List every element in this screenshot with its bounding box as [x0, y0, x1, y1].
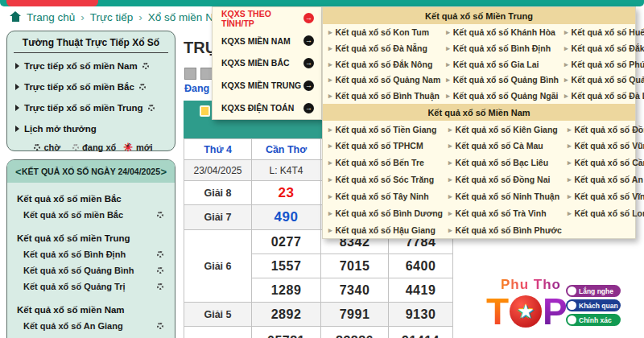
triangle-right-icon: ▸ [328, 226, 332, 234]
triangle-right-icon: ▸ [568, 192, 572, 200]
submenu-item[interactable]: ▸Kết quả xổ số Cần Thơ [562, 155, 644, 171]
submenu-item[interactable]: ▸Kết quả xổ số An Giang [562, 171, 644, 188]
triangle-right-icon: ▸ [448, 226, 452, 234]
triangle-right-icon: ▸ [446, 60, 450, 68]
submenu-item[interactable]: ▸Kết quả xổ số Phú Yên [559, 56, 644, 72]
section-header-mien-nam: Kết quả xổ số Miền Nam [323, 104, 635, 121]
menu-item-dien-toan[interactable]: KQXS ĐIỆN TOÁN → [213, 97, 321, 119]
menu-item-mien-bac[interactable]: KQXS MIỀN BẮC → [213, 52, 321, 75]
submenu-item[interactable]: ▸Kết quả xổ số Hậu Giang [323, 221, 443, 238]
sidebar-item-live-mien-trung[interactable]: Trực tiếp xổ số miền Trung [7, 97, 175, 118]
triangle-right-icon: ▸ [448, 209, 452, 217]
share-buttons [184, 68, 213, 80]
triangle-right-icon: ▸ [564, 76, 568, 84]
logo-o-circle: ★ [510, 295, 542, 328]
sidebar-result-binh-dinh[interactable]: Kết quả xổ số Bình Định [14, 246, 168, 262]
sidebar-item-lich-mo-thuong[interactable]: Lịch mở thưởng [7, 118, 175, 139]
social-icon[interactable] [200, 68, 213, 80]
social-icon[interactable] [184, 68, 196, 80]
submenu-item[interactable]: ▸Kết quả xổ số Quảng Nam [323, 72, 440, 89]
submenu-item[interactable]: ▸Kết quả xổ số Kon Tum [323, 24, 440, 40]
sidebar-result-quang-tri[interactable]: Kết quả xổ số Quảng Trị [14, 278, 168, 295]
chevron-left-icon[interactable]: < [15, 166, 22, 178]
submenu-item[interactable]: ▸Kết quả xổ số Khánh Hòa [440, 24, 559, 40]
arrow-circle-icon: → [303, 58, 314, 68]
phu-tho-top-logo: Phu Tho T ★ P Lắng nghe Khách quan Chính… [485, 275, 639, 338]
breadcrumb-live[interactable]: Trực tiếp [90, 11, 134, 23]
triangle-right-icon: ▸ [446, 28, 450, 36]
triangle-right-icon: ▸ [328, 159, 332, 167]
submenu-item[interactable]: ▸Kết quả xổ số Gia Lai [440, 56, 559, 72]
triangle-right-icon: ▸ [446, 44, 450, 52]
triangle-right-icon: ▸ [328, 175, 332, 183]
triangle-right-icon: ▸ [568, 209, 572, 217]
chevron-right-icon[interactable]: > [160, 166, 167, 178]
submenu-item[interactable]: ▸Kết quả xổ số Vĩnh Long [562, 188, 644, 205]
station-header: Cần Thơ [252, 139, 321, 160]
triangle-right-icon: ▸ [564, 44, 568, 52]
submenu-item[interactable]: ▸Kết quả xổ số Trà Vinh [443, 204, 562, 221]
logo-badges: Lắng nghe Khách quan Chính xác [566, 285, 621, 326]
caret-right-icon [15, 105, 19, 111]
triangle-right-icon: ▸ [568, 142, 572, 150]
submenu-item[interactable]: ▸Kết quả xổ số Quảng Trị [559, 72, 644, 89]
breadcrumb-separator: › [138, 11, 142, 23]
live-panel-title: Tường Thuật Trực Tiếp Xổ Số [14, 31, 168, 53]
submenu-item[interactable]: ▸Kết quả xổ số Quảng Bình [440, 72, 559, 89]
table-row: Giải 5 2892 7991 9130 [184, 303, 453, 327]
drawing-icon [72, 144, 79, 150]
sidebar-result-quang-binh[interactable]: Kết quả xổ số Quảng Bình [14, 262, 168, 278]
triangle-right-icon: ▸ [328, 126, 332, 134]
submenu-item[interactable]: ▸Kết quả xổ số Vũng Tàu [562, 138, 644, 155]
sidebar-item-live-mien-nam[interactable]: Trực tiếp xổ số miền Nam [7, 56, 175, 76]
triangle-right-icon: ▸ [448, 142, 452, 150]
submenu-item[interactable]: ▸Kết quả xổ số TPHCM [323, 138, 443, 155]
submenu-item[interactable]: ▸Kết quả xổ số Bình Định [440, 40, 559, 56]
submenu-item[interactable]: ▸Kết quả xổ số Tiền Giang [323, 121, 443, 138]
menu-item-theo-tinh[interactable]: KQXS THEO TỈNH/TP → [213, 7, 321, 30]
caret-right-icon [15, 84, 19, 90]
arrow-circle-icon: → [303, 13, 314, 23]
submenu-item[interactable]: ▸Kết quả xổ số Cà Mau [443, 138, 562, 155]
submenu-item[interactable]: ▸Kết quả xổ số Kiên Giang [443, 121, 562, 138]
submenu-item[interactable]: ▸Kết quả xổ số Đồng Nai [443, 171, 562, 188]
submenu-item[interactable]: ▸Kết quả xổ số Ninh Thuận [443, 188, 562, 205]
group-header-mien-bac: Kết quả xổ số miền Bắc [17, 191, 168, 207]
submenu-item[interactable]: ▸Kết quả xổ số Đồng Tháp [562, 121, 644, 138]
home-icon[interactable] [10, 13, 21, 23]
province-flyout-panel: Kết quả xổ số Miền Trung ▸Kết quả xổ số … [322, 6, 636, 239]
submenu-item[interactable]: ▸Kết quả xổ số Long An [562, 204, 644, 221]
submenu-item[interactable]: ▸Kết quả xổ số Bình Dương [323, 204, 443, 221]
spinner-icon [157, 251, 163, 258]
submenu-item[interactable]: ▸Kết quả xổ số Quảng Ngãi [440, 88, 559, 104]
submenu-item[interactable]: ▸Kết quả xổ số Đà Nẵng [323, 40, 440, 56]
badge-lang-nghe: Lắng nghe [566, 285, 621, 297]
triangle-right-icon: ▸ [328, 76, 332, 84]
results-by-date-panel: < KẾT QUẢ XỔ SỐ NGÀY 24/04/2025 > Kết qu… [6, 159, 175, 338]
submenu-item[interactable]: ▸Kết quả xổ số Bình Phước [443, 221, 562, 238]
caret-right-icon [15, 126, 19, 132]
sidebar-item-live-mien-bac[interactable]: Trực tiếp xổ số miền Bắc [7, 76, 175, 97]
submenu-item[interactable]: ▸Kết quả xổ số Bến Tre [323, 155, 443, 171]
active-nav-tab[interactable] [6, 0, 98, 6]
submenu-item[interactable]: ▸Kết quả xổ số Đắk Lắk [559, 40, 644, 56]
submenu-item[interactable]: ▸Kết quả xổ số Sóc Trăng [323, 171, 443, 188]
menu-item-mien-trung[interactable]: KQXS MIỀN TRUNG → [213, 74, 321, 97]
prize8-number: 23 [252, 181, 321, 205]
submenu-item[interactable]: ▸Kết quả xổ số Tây Ninh [323, 188, 443, 205]
sidebar-result-binh-thuan[interactable]: Kết quả xổ số Bình Thuận [14, 334, 168, 338]
triangle-right-icon: ▸ [328, 209, 332, 217]
submenu-item[interactable]: ▸Kết quả xổ số Bình Thuận [323, 88, 440, 104]
menu-item-mien-nam[interactable]: KQXS MIỀN NAM → [213, 30, 321, 52]
sidebar-result-an-giang[interactable]: Kết quả xổ số An Giang [14, 318, 168, 334]
submenu-item[interactable]: ▸Kết quả xổ số Bạc Liêu [443, 155, 562, 171]
badge-khach-quan: Khách quan [566, 299, 621, 311]
sidebar-result-mien-bac[interactable]: Kết quả xổ số miền Bắc [14, 207, 168, 223]
badge-dot-icon [568, 315, 576, 324]
submenu-item[interactable]: ▸Kết quả xổ số Đắk Nông [323, 56, 440, 72]
submenu-item[interactable]: ▸Kết quả xổ số Đà Lạt [559, 88, 644, 104]
status-legend: chờ đang xổ ✳✓ mới [7, 142, 175, 153]
breadcrumb-home[interactable]: Trang chủ [27, 11, 75, 23]
spinner-icon [139, 84, 146, 90]
submenu-item[interactable]: ▸Kết quả xổ số Huế [559, 24, 644, 40]
